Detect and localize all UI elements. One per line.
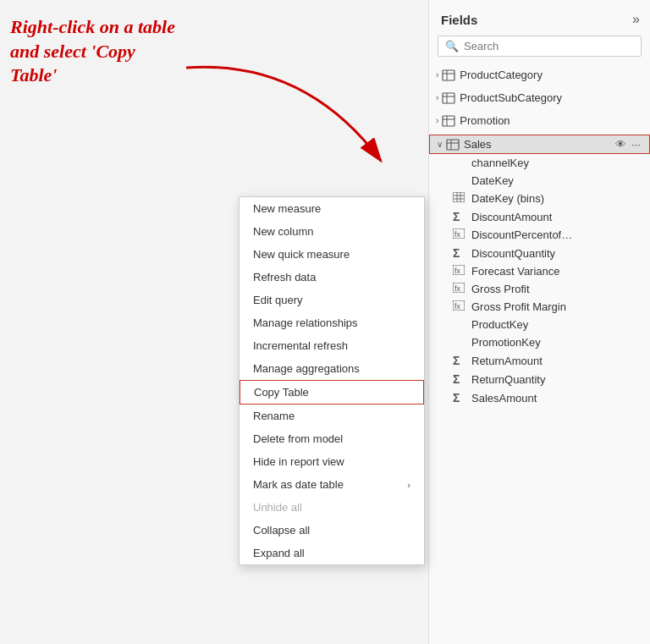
ctx-label: Collapse all — [253, 524, 310, 537]
eye-icon[interactable]: 👁 — [615, 138, 626, 151]
field-label: PromotionKey — [471, 336, 541, 349]
ctx-label: Incremental refresh — [253, 339, 348, 352]
ctx-label: Unhide all — [253, 501, 302, 514]
ctx-label: Manage aggregations — [253, 362, 360, 375]
group-header-promotion[interactable]: › Promotion — [429, 112, 650, 129]
group-label-promotion: Promotion — [460, 114, 510, 127]
search-box[interactable]: 🔍 — [438, 36, 642, 57]
fields-list: › ProductCategory › — [429, 63, 650, 623]
ctx-edit-query[interactable]: Edit query — [240, 289, 424, 311]
ctx-label: Expand all — [253, 547, 305, 559]
field-label: DiscountQuantity — [471, 247, 555, 260]
sigma-icon: Σ — [453, 391, 466, 405]
grid-icon — [453, 192, 466, 205]
ctx-expand-all[interactable]: Expand all — [240, 542, 424, 564]
svg-text:fx: fx — [454, 302, 461, 311]
field-item-discountpercentof[interactable]: fx DiscountPercentof… — [429, 226, 650, 244]
svg-rect-4 — [443, 93, 454, 103]
group-promotion: › Promotion — [429, 109, 650, 132]
svg-rect-13 — [453, 192, 465, 202]
group-label-sales: Sales — [464, 138, 492, 151]
field-item-forecastvariance[interactable]: fx Forecast Variance — [429, 262, 650, 280]
ctx-label: Edit query — [253, 294, 303, 306]
ctx-hide-in-report-view[interactable]: Hide in report view — [240, 450, 424, 473]
ctx-delete-from-model[interactable]: Delete from model — [240, 427, 424, 450]
more-icon[interactable]: ··· — [631, 138, 641, 151]
field-label: DateKey — [471, 174, 514, 187]
field-item-productkey[interactable]: ProductKey — [429, 316, 650, 333]
table-icon — [442, 69, 455, 81]
ctx-label: New quick measure — [253, 248, 350, 261]
svg-rect-10 — [447, 140, 459, 150]
ctx-mark-as-date-table[interactable]: Mark as date table › — [240, 473, 424, 496]
calc-icon: fx — [453, 265, 466, 278]
ctx-new-measure[interactable]: New measure — [240, 197, 424, 220]
field-item-promotionkey[interactable]: PromotionKey — [429, 333, 650, 351]
ctx-manage-relationships[interactable]: Manage relationships — [240, 311, 424, 334]
ctx-label: Delete from model — [253, 432, 343, 445]
ctx-label: Rename — [253, 410, 295, 422]
field-label: Gross Profit Margin — [471, 300, 566, 313]
field-label: ProductKey — [471, 318, 528, 331]
ctx-unhide-all: Unhide all — [240, 496, 424, 519]
group-header-sales[interactable]: ∨ Sales 👁 ··· — [429, 135, 650, 154]
table-icon — [446, 139, 460, 151]
field-item-datekey-bins[interactable]: DateKey (bins) — [429, 190, 650, 207]
field-item-returnamount[interactable]: Σ ReturnAmount — [429, 351, 650, 370]
field-item-discountamount[interactable]: Σ DiscountAmount — [429, 207, 650, 226]
chevron-down-icon: ∨ — [437, 140, 443, 149]
calc-icon: fx — [453, 300, 466, 313]
group-header-productsubcategory[interactable]: › ProductSubCategory — [429, 89, 650, 107]
svg-text:fx: fx — [454, 284, 461, 293]
group-label-productsubcategory: ProductSubCategory — [460, 91, 562, 104]
sigma-icon: Σ — [453, 354, 466, 367]
field-label: SalesAmount — [471, 392, 537, 405]
fields-panel: Fields » 🔍 › ProductCategory — [428, 0, 650, 644]
ctx-label: Manage relationships — [253, 316, 358, 329]
field-label: ReturnAmount — [471, 355, 543, 367]
chevron-right-icon: › — [436, 116, 438, 125]
field-label: Gross Profit — [471, 283, 530, 295]
ctx-incremental-refresh[interactable]: Incremental refresh — [240, 334, 424, 357]
ctx-label: New column — [253, 225, 314, 238]
chevron-right-icon: › — [436, 70, 438, 80]
ctx-label: New measure — [253, 202, 321, 215]
field-label: DiscountPercentof… — [471, 228, 572, 241]
search-input[interactable] — [464, 40, 634, 52]
ctx-new-column[interactable]: New column — [240, 220, 424, 243]
sigma-icon: Σ — [453, 210, 466, 223]
sigma-icon: Σ — [453, 246, 466, 260]
field-label: DiscountAmount — [471, 211, 552, 223]
field-item-grossprofitmargin[interactable]: fx Gross Profit Margin — [429, 298, 650, 316]
field-label: ReturnQuantity — [471, 373, 545, 386]
field-label: Forecast Variance — [471, 265, 560, 278]
sigma-icon: Σ — [453, 372, 466, 386]
group-productsubcategory: › ProductSubCategory — [429, 86, 650, 109]
expand-fields-icon[interactable]: » — [632, 12, 640, 27]
svg-rect-1 — [443, 70, 454, 80]
group-header-productcategory[interactable]: › ProductCategory — [429, 66, 650, 84]
field-item-discountquantity[interactable]: Σ DiscountQuantity — [429, 244, 650, 262]
ctx-label: Mark as date table — [253, 478, 344, 491]
field-item-channelkey[interactable]: channelKey — [429, 154, 650, 172]
field-item-datekey[interactable]: DateKey — [429, 172, 650, 190]
group-label-productcategory: ProductCategory — [460, 69, 543, 81]
ctx-collapse-all[interactable]: Collapse all — [240, 519, 424, 542]
ctx-copy-table[interactable]: Copy Table — [240, 380, 424, 405]
group-sales: ∨ Sales 👁 ··· channelKey — [429, 132, 650, 410]
table-icon — [442, 92, 455, 104]
group-productcategory: › ProductCategory — [429, 63, 650, 86]
submenu-arrow-icon: › — [407, 480, 410, 490]
ctx-rename[interactable]: Rename — [240, 405, 424, 427]
field-item-returnquantity[interactable]: Σ ReturnQuantity — [429, 370, 650, 388]
ctx-label: Refresh data — [253, 271, 316, 283]
field-item-grossprofit[interactable]: fx Gross Profit — [429, 280, 650, 298]
ctx-manage-aggregations[interactable]: Manage aggregations — [240, 357, 424, 380]
annotation-text: Right-click on a table and select 'Copy … — [10, 15, 213, 88]
calc-icon: fx — [453, 283, 466, 295]
ctx-new-quick-measure[interactable]: New quick measure — [240, 243, 424, 266]
svg-rect-7 — [443, 116, 454, 126]
ctx-refresh-data[interactable]: Refresh data — [240, 266, 424, 289]
field-actions: 👁 ··· — [615, 138, 641, 151]
field-item-salesamount[interactable]: Σ SalesAmount — [429, 388, 650, 407]
